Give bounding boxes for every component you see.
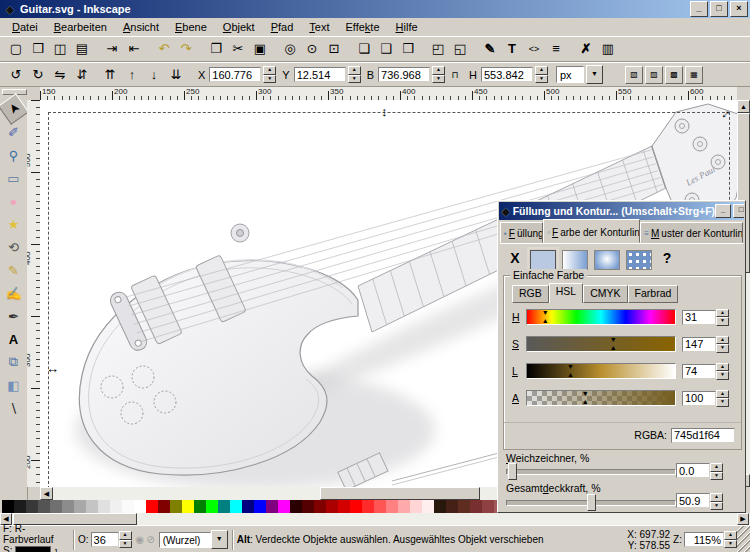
scroll-left-button[interactable]: ◀ — [40, 487, 53, 500]
horizontal-scroll-thumb[interactable] — [320, 487, 480, 500]
palette-swatch[interactable] — [194, 500, 206, 513]
palette-swatch[interactable] — [386, 500, 398, 513]
palette-swatch[interactable] — [278, 500, 290, 513]
layer-visibility-icon[interactable]: ◉ — [136, 534, 145, 545]
affect-corners-icon[interactable]: ▩ — [665, 66, 683, 84]
flip-horizontal-icon[interactable]: ⇋ — [50, 65, 70, 85]
menu-ansicht[interactable]: Ansicht — [115, 19, 167, 35]
export-icon[interactable]: ⇤ — [124, 39, 144, 59]
colorspace-tab-hsl[interactable]: HSL — [549, 283, 583, 303]
palette-swatch[interactable] — [98, 500, 110, 513]
select-original-icon[interactable]: ◰ — [428, 39, 448, 59]
tab-stroke-paint[interactable]: ▫Farbe der Konturlinie — [543, 219, 640, 243]
palette-swatch[interactable] — [470, 500, 482, 513]
colorspace-tab-rgb[interactable]: RGB — [512, 285, 549, 303]
opacity-slider[interactable] — [506, 500, 676, 506]
palette-swatch[interactable] — [314, 500, 326, 513]
text-dialog-icon[interactable]: T — [502, 39, 522, 59]
minimize-button[interactable]: _ — [690, 1, 708, 17]
palette-swatch[interactable] — [38, 500, 50, 513]
print-icon[interactable]: ▤ — [72, 39, 92, 59]
raise-icon[interactable]: ↑ — [122, 65, 142, 85]
dialog-titlebar[interactable]: ◆ Füllung und Kontur... (Umschalt+Strg+F… — [499, 202, 744, 220]
palette-swatch[interactable] — [398, 500, 410, 513]
palette-swatch[interactable] — [422, 500, 434, 513]
palette-swatch[interactable] — [458, 500, 470, 513]
palette-swatch[interactable] — [158, 500, 170, 513]
blur-input[interactable] — [676, 463, 710, 478]
palette-swatch[interactable] — [254, 500, 266, 513]
rotate-ccw-icon[interactable]: ↺ — [6, 65, 26, 85]
dialog-minimize-button[interactable]: _ — [715, 204, 731, 218]
calligraphy-tool[interactable]: ✍ — [2, 282, 25, 304]
paint-none-button[interactable]: X — [506, 250, 524, 270]
paint-linear-gradient-button[interactable] — [562, 250, 588, 270]
redo-icon[interactable]: ↷ — [176, 39, 196, 59]
menu-bearbeiten[interactable]: Bearbeiten — [46, 19, 115, 35]
zoom-selection-icon[interactable]: ◎ — [280, 39, 300, 59]
paint-flat-button[interactable] — [530, 250, 556, 270]
maximize-button[interactable]: □ — [710, 1, 728, 17]
menu-datei[interactable]: Datei — [4, 19, 46, 35]
width-field[interactable] — [378, 67, 430, 82]
xml-editor-icon[interactable]: <> — [524, 39, 544, 59]
affect-gradient-icon[interactable]: ▦ — [685, 66, 703, 84]
palette-scrollbar[interactable]: ◀ ▶ — [0, 513, 750, 525]
palette-swatch[interactable] — [134, 500, 146, 513]
palette-swatch[interactable] — [62, 500, 74, 513]
layer-select-arrow-icon[interactable]: ▼ — [211, 530, 228, 549]
layer-select[interactable]: (Wurzel) — [159, 532, 211, 548]
menu-text[interactable]: Text — [301, 19, 337, 35]
clone-icon[interactable]: ❑ — [376, 39, 396, 59]
affect-scale-icon[interactable]: ▨ — [645, 66, 663, 84]
fill-stroke-dialog-icon[interactable]: ✎ — [480, 39, 500, 59]
rgba-input[interactable] — [671, 428, 735, 443]
import-icon[interactable]: ⇥ — [102, 39, 122, 59]
hue-slider[interactable]: ▼▲ — [526, 309, 676, 325]
copy-icon[interactable]: ❐ — [206, 39, 226, 59]
palette-swatch[interactable] — [230, 500, 242, 513]
duplicate-icon[interactable]: ❏ — [354, 39, 374, 59]
alpha-slider[interactable]: ▼▲ — [526, 390, 676, 406]
menu-hilfe[interactable]: Hilfe — [388, 19, 426, 35]
height-field-spin[interactable]: ▲▼ — [535, 66, 548, 83]
connector-tool[interactable]: ⧉ — [2, 351, 25, 373]
palette-swatch[interactable] — [434, 500, 446, 513]
paint-radial-gradient-button[interactable] — [594, 250, 620, 270]
palette-swatch[interactable] — [182, 500, 194, 513]
palette-swatch[interactable] — [302, 500, 314, 513]
menu-ebene[interactable]: Ebene — [167, 19, 215, 35]
vertical-ruler[interactable]: 500400300200 — [27, 100, 41, 487]
edit-clip-icon[interactable]: ◱ — [450, 39, 470, 59]
lock-icon[interactable]: ⊓ — [447, 67, 463, 83]
menu-effekte[interactable]: Effekte — [337, 19, 387, 35]
fill-stroke-indicator[interactable]: F: R-Farbverlauf S: 1 — [0, 523, 69, 552]
paint-pattern-button[interactable] — [626, 250, 652, 270]
palette-swatch[interactable] — [350, 500, 362, 513]
alpha-slider-spin[interactable]: ▲▼ — [716, 390, 729, 407]
lower-to-bottom-icon[interactable]: ⇊ — [166, 65, 186, 85]
paint-unknown-button[interactable]: ? — [658, 250, 676, 270]
zoom-input[interactable] — [684, 532, 724, 547]
unit-select-arrow-icon[interactable]: ▼ — [586, 65, 603, 84]
menu-objekt[interactable]: Objekt — [215, 19, 263, 35]
x-field[interactable] — [209, 67, 261, 82]
palette-swatch[interactable] — [170, 500, 182, 513]
palette-swatch[interactable] — [218, 500, 230, 513]
zoom-page-icon[interactable]: ⊡ — [324, 39, 344, 59]
horizontal-ruler[interactable]: 150200250300350400450500550600 — [40, 87, 737, 101]
saturation-slider-spin[interactable]: ▲▼ — [716, 336, 729, 353]
hue-slider-input[interactable] — [682, 310, 716, 325]
palette-swatch[interactable] — [206, 500, 218, 513]
palette-swatch[interactable] — [146, 500, 158, 513]
palette-swatch[interactable] — [2, 500, 14, 513]
paste-icon[interactable]: ▣ — [250, 39, 270, 59]
object-opacity-spin[interactable]: ▲▼ — [119, 531, 132, 548]
close-button[interactable]: × — [730, 1, 748, 17]
y-field[interactable] — [294, 67, 346, 82]
gradient-tool[interactable]: ◧ — [2, 374, 25, 396]
text-tool[interactable]: A — [2, 328, 25, 350]
spiral-tool[interactable]: ⟲ — [2, 236, 25, 258]
blur-spin[interactable]: ▲▼ — [710, 463, 723, 480]
lightness-slider-input[interactable] — [682, 364, 716, 379]
